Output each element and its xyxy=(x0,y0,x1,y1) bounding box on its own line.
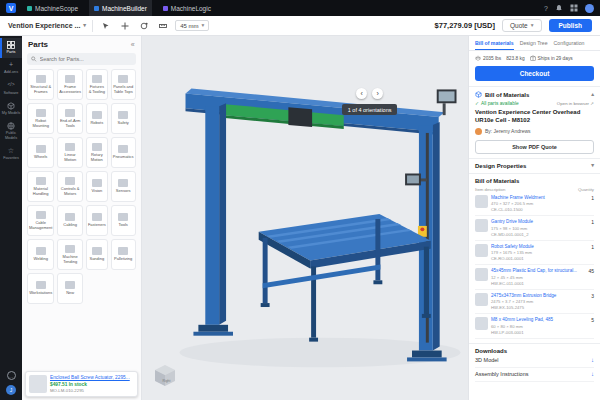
bom-item-name-link[interactable]: M8 x 40mm Leveling Pad, 485 xyxy=(491,317,581,323)
show-pdf-quote-button[interactable]: Show PDF Quote xyxy=(475,140,594,154)
grid-size-dropdown[interactable]: 45 mm ▾ xyxy=(175,20,209,31)
part-category-tile[interactable]: Structural & Frames xyxy=(27,69,54,100)
notifications-bell-icon[interactable] xyxy=(555,4,563,12)
category-label: Machine Tending xyxy=(59,255,81,264)
part-category-tile[interactable]: New xyxy=(57,273,83,304)
availability-text: All parts available xyxy=(481,101,519,106)
downloads-section: Downloads 3D Model ↓ Assembly Instructio… xyxy=(469,343,600,386)
part-category-tile[interactable]: Material Handling xyxy=(27,171,54,202)
tab-bill-of-materials[interactable]: Bill of materials xyxy=(475,40,514,50)
bom-item-row[interactable]: 2475x3473mm Extrusion Bridge 2475 × 3.7 … xyxy=(475,290,594,315)
vention-logo[interactable]: V xyxy=(6,3,16,13)
machinelogic-icon xyxy=(163,6,168,11)
part-category-tile[interactable]: Panels and Table Tops xyxy=(111,69,136,100)
download-3d-model[interactable]: 3D Model ↓ xyxy=(475,354,594,368)
bom-item-name-link[interactable]: Robot Safety Module xyxy=(491,244,581,250)
orientation-prev-button[interactable]: ‹ xyxy=(356,88,367,99)
part-category-tile[interactable]: Wheels xyxy=(27,137,54,168)
bom-item-name-link[interactable]: Gantry Drive Module xyxy=(491,219,581,225)
help-icon[interactable]: ? xyxy=(544,5,548,12)
category-label: Rotary Motion xyxy=(88,153,106,162)
part-category-tile[interactable]: Rotary Motion xyxy=(86,137,108,168)
shipping-estimate: Ships in 29 days xyxy=(538,56,573,61)
rail-user-avatar[interactable]: J xyxy=(6,385,16,395)
pan-tool-button[interactable] xyxy=(118,19,131,32)
part-category-tile[interactable]: Fixtures & Tooling xyxy=(86,69,108,100)
category-label: Linear Motion xyxy=(59,153,81,162)
app-tab-machinelogic[interactable]: MachineLogic xyxy=(158,0,216,16)
quote-button[interactable]: Quote ▾ xyxy=(502,19,541,32)
part-category-tile[interactable]: Sensors xyxy=(111,171,136,202)
viewport-3d[interactable]: ‹ › 1 of 4 orientations Right xyxy=(142,36,468,400)
part-category-tile[interactable]: Cabling xyxy=(57,205,83,236)
category-label: Vision xyxy=(91,189,102,194)
category-thumbnail-icon xyxy=(92,247,102,255)
bom-item-name-link[interactable]: 45x45mm Plastic End Cap, for structural.… xyxy=(491,268,581,274)
part-category-tile[interactable]: Pneumatics xyxy=(111,137,136,168)
part-category-tile[interactable]: Machine Tending xyxy=(57,239,83,270)
download-assembly-instructions[interactable]: Assembly Instructions ↓ xyxy=(475,368,594,382)
part-category-tile[interactable]: Tools xyxy=(111,205,136,236)
orientation-next-button[interactable]: › xyxy=(372,88,383,99)
tab-configuration[interactable]: Configuration xyxy=(554,40,585,50)
part-category-tile[interactable]: End-of-Arm Tools xyxy=(57,103,83,134)
part-category-tile[interactable]: Fasteners xyxy=(86,205,108,236)
rail-item-my-models[interactable]: My Models xyxy=(0,99,22,119)
part-category-tile[interactable]: Workstations xyxy=(27,273,54,304)
rail-item-parts[interactable]: Parts xyxy=(0,38,22,58)
left-nav-rail: Parts + Add-ons </> Software My Models xyxy=(0,36,22,400)
collapse-panel-icon[interactable]: « xyxy=(131,41,135,48)
bom-item-thumbnail xyxy=(475,195,488,208)
bom-item-part-number: HW-LP-003-0001 xyxy=(491,330,581,335)
bom-item-name-link[interactable]: 2475x3473mm Extrusion Bridge xyxy=(491,293,581,299)
selected-part-card[interactable]: Enclosed Ball Screw Actuator, 2295... $4… xyxy=(25,371,138,397)
part-category-tile[interactable]: Sanding xyxy=(86,239,108,270)
design-properties-section[interactable]: Design Properties ▾ xyxy=(469,158,600,173)
user-avatar[interactable] xyxy=(585,4,594,13)
apps-grid-icon[interactable] xyxy=(570,4,578,12)
bom-item-row[interactable]: M8 x 40mm Leveling Pad, 485 60 × 80 × 80… xyxy=(475,314,594,339)
chevron-down-icon: ▾ xyxy=(201,23,204,29)
part-category-tile[interactable]: Cable Management xyxy=(27,205,54,236)
category-thumbnail-icon xyxy=(92,179,102,187)
chat-icon[interactable]: … xyxy=(7,371,16,380)
bom-item-name-link[interactable]: Machine Frame Weldment xyxy=(491,195,581,201)
bom-item-row[interactable]: Robot Safety Module 179 × 1675 × 135 mm … xyxy=(475,241,594,266)
design-title-dropdown[interactable]: Vention Experience ... ▾ xyxy=(8,22,86,29)
view-cube[interactable]: Right xyxy=(152,362,178,388)
part-category-tile[interactable]: Welding xyxy=(27,239,54,270)
parts-panel-title: Parts xyxy=(28,40,48,49)
chevron-down-icon[interactable]: ▾ xyxy=(591,163,594,169)
rail-item-label: Favorites xyxy=(3,156,19,160)
open-in-browser-link[interactable]: Open in browser ↗ xyxy=(557,101,594,106)
part-category-tile[interactable]: Frame Accessories xyxy=(57,69,83,100)
parts-search-input[interactable] xyxy=(40,56,132,62)
rail-item-software[interactable]: </> Software xyxy=(0,79,22,99)
select-tool-button[interactable] xyxy=(99,19,112,32)
bom-item-row[interactable]: Machine Frame Weldment 470 × 327 × 206.5… xyxy=(475,192,594,217)
part-category-tile[interactable]: Safety xyxy=(111,103,136,134)
orbit-tool-button[interactable] xyxy=(137,19,150,32)
measure-tool-button[interactable] xyxy=(156,19,169,32)
tab-design-tree[interactable]: Design Tree xyxy=(520,40,548,50)
part-category-tile[interactable]: Controls & Motors xyxy=(57,171,83,202)
rail-item-favorites[interactable]: ☆ Favorites xyxy=(0,144,22,164)
bom-item-row[interactable]: Gantry Drive Module 175 × 98 × 100 mm CE… xyxy=(475,216,594,241)
part-category-tile[interactable]: Vision xyxy=(86,171,108,202)
rail-item-public-models[interactable]: Public Models xyxy=(0,119,22,144)
app-tab-machinescope[interactable]: MachineScope xyxy=(22,0,83,16)
category-thumbnail-icon xyxy=(65,281,75,289)
part-category-tile[interactable]: Robot Mounting xyxy=(27,103,54,134)
publish-button[interactable]: Publish xyxy=(549,19,592,32)
part-category-tile[interactable]: Robots xyxy=(86,103,108,134)
category-label: End-of-Arm Tools xyxy=(59,119,81,128)
bom-item-row[interactable]: 45x45mm Plastic End Cap, for structural.… xyxy=(475,265,594,290)
part-category-tile[interactable]: Palletizing xyxy=(111,239,136,270)
part-category-tile[interactable]: Linear Motion xyxy=(57,137,83,168)
chevron-up-icon[interactable]: ▴ xyxy=(591,92,594,98)
checkout-button[interactable]: Checkout xyxy=(475,66,594,81)
app-tab-machinebuilder[interactable]: MachineBuilder xyxy=(89,0,152,16)
rail-item-addons[interactable]: + Add-ons xyxy=(0,58,22,78)
star-icon: ☆ xyxy=(8,147,14,155)
part-name-link[interactable]: Enclosed Ball Screw Actuator, 2295... xyxy=(50,375,130,381)
